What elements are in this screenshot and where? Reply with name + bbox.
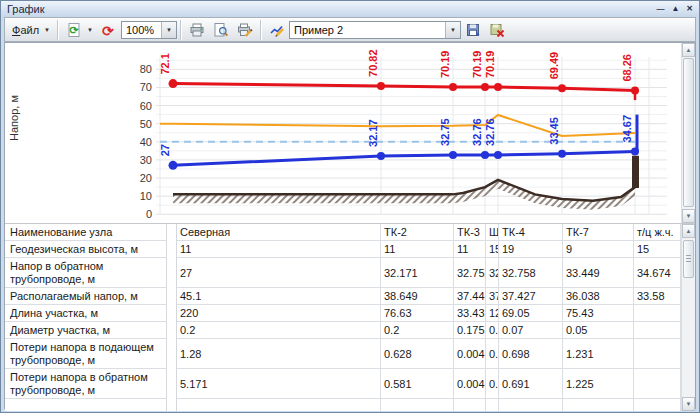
value-cell: 32.752 [454, 258, 486, 288]
chart-scroll-thumb[interactable] [683, 58, 694, 207]
node-name-cell: Северная [177, 224, 381, 241]
window-controls: — ▲ ✕ [656, 2, 693, 15]
svg-text:70.19: 70.19 [484, 51, 496, 79]
node-name-cell: ТК-3 [454, 224, 486, 241]
svg-text:10: 10 [140, 190, 152, 202]
title-bar: График — ▲ ✕ [1, 1, 699, 17]
pane-gap [167, 322, 177, 339]
value-cell [454, 399, 486, 411]
chevron-down-icon: ▼ [44, 27, 50, 33]
pane-gap [167, 305, 177, 322]
value-cell: 45.1 [177, 288, 381, 305]
scroll-up-icon[interactable]: ▲ [682, 224, 695, 238]
page-setup-button[interactable] [233, 20, 257, 40]
toolbar-separator [260, 20, 262, 40]
svg-text:70: 70 [140, 81, 152, 93]
results-table: Наименование узлаСевернаяТК-2ТК-3ШТК-4ТК… [5, 224, 695, 411]
print-preview-icon [213, 22, 229, 38]
print-button[interactable] [185, 20, 209, 40]
table-scroll-thumb[interactable] [683, 240, 694, 278]
svg-text:34.67: 34.67 [621, 115, 633, 143]
recalculate-icon: ⟳ [101, 22, 117, 38]
node-name-cell: ТК-4 [499, 224, 563, 241]
svg-text:27: 27 [159, 144, 171, 156]
value-cell: 37.44 [454, 288, 486, 305]
value-cell: 0. [486, 322, 499, 339]
node-name-cell: ТК-7 [563, 224, 634, 241]
value-cell: 32.171 [381, 258, 454, 288]
value-cell: 0.698 [499, 339, 563, 369]
example-combobox[interactable]: Пример 2 ▼ [289, 21, 461, 39]
svg-text:60: 60 [140, 100, 152, 112]
table-row: Располагаемый напор, м45.138.64937.4437.… [5, 288, 695, 305]
value-cell [634, 305, 681, 322]
svg-text:32.17: 32.17 [367, 119, 379, 147]
refresh-document-button[interactable]: ⟳ ▼ [62, 20, 97, 40]
example-dropdown-button[interactable]: ▼ [445, 22, 460, 38]
table-rows: Наименование узлаСевернаяТК-2ТК-3ШТК-4ТК… [5, 224, 695, 411]
toolbar-separator [180, 20, 182, 40]
value-cell: 12 [486, 305, 499, 322]
zoom-combobox[interactable]: 100% ▼ [121, 21, 177, 39]
value-cell: 11 [381, 241, 454, 258]
pane-gap [167, 258, 177, 288]
svg-text:40: 40 [140, 136, 152, 148]
print-preview-button[interactable] [209, 20, 233, 40]
table-scrollbar[interactable]: ▲ ▼ [681, 224, 695, 411]
value-cell: 11 [177, 241, 381, 258]
pane-gap [167, 241, 177, 258]
value-cell [634, 369, 681, 399]
refresh-document-icon: ⟳ [66, 22, 82, 38]
svg-text:68.26: 68.26 [621, 54, 633, 82]
value-cell: 38.649 [381, 288, 454, 305]
value-cell: 33.449 [563, 258, 634, 288]
value-cell [634, 399, 681, 411]
edit-graph-button[interactable] [265, 20, 289, 40]
scroll-down-icon[interactable]: ▼ [682, 397, 695, 411]
value-cell: 36.038 [563, 288, 634, 305]
node-name-cell: ТК-2 [381, 224, 454, 241]
value-cell: 0.05 [563, 322, 634, 339]
zoom-dropdown-button[interactable]: ▼ [161, 22, 176, 38]
scroll-down-icon[interactable]: ▼ [682, 209, 695, 223]
value-cell: 76.63 [381, 305, 454, 322]
value-cell: 0.004 [454, 339, 486, 369]
value-cell: 0.0 [486, 369, 499, 399]
value-cell: 37.427 [499, 288, 563, 305]
value-cell [486, 399, 499, 411]
window-title: График [1, 3, 45, 15]
chart-scrollbar[interactable]: ▲ ▼ [681, 43, 695, 223]
close-icon[interactable]: ✕ [686, 2, 693, 15]
svg-text:72.1: 72.1 [159, 53, 171, 74]
table-header-row: Наименование узлаСевернаяТК-2ТК-3ШТК-4ТК… [5, 224, 695, 241]
value-cell: 15 [634, 241, 681, 258]
chart-canvas: 0102030405060708072.170.8270.1970.1970.1… [5, 43, 681, 223]
piezometric-chart: Напор, м 0102030405060708072.170.8270.19… [5, 43, 695, 224]
value-cell: 0.2 [381, 322, 454, 339]
row-label: Наименование узла [5, 224, 167, 241]
svg-text:70.19: 70.19 [471, 51, 483, 79]
value-cell: 0.004 [454, 369, 486, 399]
svg-text:70.82: 70.82 [367, 49, 379, 77]
minimize-icon[interactable]: — [656, 2, 664, 15]
value-cell: 75.43 [563, 305, 634, 322]
recalculate-button[interactable]: ⟳ [97, 20, 121, 40]
chevron-down-icon: ▼ [450, 27, 456, 33]
svg-text:20: 20 [140, 172, 152, 184]
table-row: Напор в обратном трубопроводе, м2732.171… [5, 258, 695, 288]
scroll-up-icon[interactable]: ▲ [682, 43, 695, 57]
file-menu-button[interactable]: Файл ▼ [8, 20, 54, 40]
graph-window: График — ▲ ✕ Файл ▼ ⟳ ▼ ⟳ 100% [0, 0, 700, 413]
value-cell: 0.175 [454, 322, 486, 339]
svg-text:30: 30 [140, 154, 152, 166]
value-cell [499, 399, 563, 411]
value-cell: 0.0 [486, 339, 499, 369]
delete-example-button[interactable] [485, 20, 509, 40]
value-cell: 11 [454, 241, 486, 258]
row-label: Длина участка, м [5, 305, 167, 322]
save-example-button[interactable] [461, 20, 485, 40]
value-cell: 5.171 [177, 369, 381, 399]
save-example-icon [465, 22, 481, 38]
value-cell: 33.43 [454, 305, 486, 322]
rollup-icon[interactable]: ▲ [671, 2, 679, 15]
